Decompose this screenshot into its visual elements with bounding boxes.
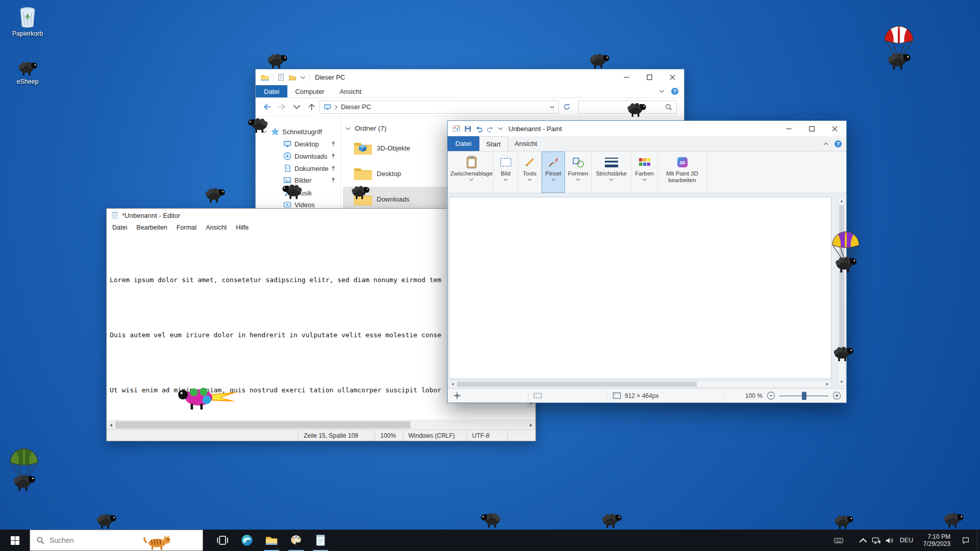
undo-icon[interactable]	[475, 125, 483, 133]
breadcrumb[interactable]: Dieser PC	[341, 103, 371, 111]
menu-help[interactable]: Hilfe	[231, 224, 253, 231]
language-indicator[interactable]: DEU	[896, 530, 917, 551]
address-dropdown-chevron-icon[interactable]	[549, 105, 555, 109]
tiger-sprite[interactable]	[143, 533, 172, 550]
scroll-down-icon[interactable]	[839, 379, 845, 385]
help-icon[interactable]	[834, 140, 842, 148]
sidebar-item-downloads[interactable]: Downloads	[256, 150, 340, 162]
taskbar-search-input[interactable]	[50, 536, 197, 544]
minimize-button[interactable]	[777, 121, 800, 136]
paint-canvas[interactable]	[449, 197, 831, 379]
help-icon[interactable]	[671, 87, 679, 95]
explorer-search-input[interactable]	[583, 104, 665, 111]
sidebar-item-desktop[interactable]: Desktop	[256, 138, 340, 150]
network-button[interactable]	[870, 530, 883, 551]
sheep-sprite[interactable]	[350, 185, 371, 200]
paint-home-tab[interactable]: Start	[479, 136, 508, 151]
sheep-sprite[interactable]	[588, 53, 610, 69]
menu-file[interactable]: Datei	[108, 224, 132, 231]
zoom-slider[interactable]	[779, 392, 828, 400]
volume-button[interactable]	[883, 530, 896, 551]
scroll-right-icon[interactable]	[527, 420, 535, 430]
back-button[interactable]	[261, 101, 274, 114]
customize-qat-chevron-icon[interactable]	[300, 76, 306, 80]
explorer-view-tab[interactable]: Ansicht	[332, 85, 369, 97]
parachute-sheep-sprite[interactable]	[830, 229, 861, 274]
scroll-left-icon[interactable]	[107, 420, 115, 430]
folder-item-3d-objects[interactable]: 3D-Objekte	[343, 136, 450, 160]
paint-file-tab[interactable]: Datei	[448, 136, 479, 151]
desktop-icon-esheep[interactable]: eSheep	[5, 60, 50, 85]
explorer-titlebar[interactable]: Dieser PC	[256, 69, 684, 85]
menu-view[interactable]: Ansicht	[201, 224, 231, 231]
taskbar-clock[interactable]: 7:10 PM 7/29/2023	[917, 530, 954, 551]
ribbon-group-clipboard[interactable]: Zwischenablage	[450, 152, 494, 193]
parachute-sheep-sprite[interactable]	[883, 23, 915, 71]
ribbon-group-tools[interactable]: Tools	[518, 152, 542, 193]
start-button[interactable]	[0, 530, 30, 551]
search-icon[interactable]	[665, 104, 672, 111]
taskbar-app-paint[interactable]	[284, 530, 308, 551]
horizontal-scrollbar[interactable]	[449, 381, 831, 388]
scrollbar-thumb[interactable]	[115, 421, 410, 429]
scrollbar-thumb[interactable]	[839, 205, 844, 358]
taskbar-app-edge[interactable]	[235, 530, 259, 551]
collapse-group-chevron-icon[interactable]	[345, 127, 351, 131]
action-center-button[interactable]	[954, 530, 977, 551]
properties-icon[interactable]	[277, 73, 285, 81]
sheep-sprite[interactable]	[247, 117, 270, 134]
close-button[interactable]	[661, 69, 684, 85]
taskbar-app-file-explorer[interactable]	[259, 530, 284, 551]
ribbon-group-shapes[interactable]: Formen	[565, 152, 592, 193]
taskbar-search-box[interactable]	[30, 530, 203, 551]
new-folder-icon[interactable]	[288, 73, 297, 82]
show-desktop-button[interactable]	[977, 530, 980, 551]
close-button[interactable]	[823, 121, 846, 136]
ribbon-group-colors[interactable]: Farben	[631, 152, 658, 193]
zoom-out-icon[interactable]	[767, 391, 775, 400]
redo-icon[interactable]	[486, 125, 494, 133]
sidebar-item-documents[interactable]: Dokumente	[256, 162, 340, 174]
paint-view-tab[interactable]: Ansicht	[508, 136, 544, 151]
recent-locations-chevron-icon[interactable]	[290, 101, 303, 114]
horizontal-scrollbar[interactable]	[107, 420, 535, 430]
folder-group-header[interactable]: Ordner (7)	[345, 124, 386, 132]
explorer-file-tab[interactable]: Datei	[256, 85, 287, 97]
taskbar-app-notepad[interactable]	[308, 530, 333, 551]
sheep-sprite[interactable]	[942, 512, 965, 529]
forward-button[interactable]	[276, 101, 289, 114]
zoom-in-icon[interactable]	[832, 391, 841, 400]
hidden-icons-button[interactable]	[856, 530, 870, 551]
address-box[interactable]: Dieser PC	[320, 101, 559, 114]
ribbon-group-image[interactable]: Bild	[494, 152, 518, 193]
sheep-sprite[interactable]	[281, 183, 304, 200]
sheep-sprite[interactable]	[204, 187, 226, 204]
ribbon-group-brushes[interactable]: Pinsel	[542, 152, 565, 193]
sheep-sprite[interactable]	[480, 512, 502, 529]
explorer-computer-tab[interactable]: Computer	[287, 85, 332, 97]
scrollbar-thumb[interactable]	[457, 382, 697, 387]
menu-format[interactable]: Format	[172, 224, 202, 231]
touch-keyboard-button[interactable]	[830, 530, 847, 551]
ribbon-group-stroke-size[interactable]: Strichstärke	[592, 152, 631, 193]
minimize-button[interactable]	[615, 69, 638, 85]
scroll-left-icon[interactable]	[450, 381, 456, 387]
task-view-button[interactable]	[210, 530, 235, 551]
ribbon-group-paint3d[interactable]: Mit Paint 3D bearbeiten	[658, 152, 707, 193]
save-icon[interactable]	[464, 125, 472, 133]
sheep-sprite[interactable]	[600, 512, 623, 529]
paint-titlebar[interactable]: Unbenannt - Paint	[448, 121, 846, 136]
folder-item-desktop[interactable]: Desktop	[343, 161, 450, 186]
desktop-icon-recycle-bin[interactable]: Papierkorb	[5, 6, 50, 37]
scroll-right-icon[interactable]	[824, 381, 830, 387]
menu-edit[interactable]: Bearbeiten	[132, 224, 172, 231]
parachute-sheep-sprite[interactable]	[8, 446, 40, 492]
up-button[interactable]	[305, 101, 318, 114]
scroll-up-icon[interactable]	[839, 198, 845, 204]
rocket-sheep-sprite[interactable]	[175, 384, 239, 411]
maximize-button[interactable]	[800, 121, 823, 136]
customize-qat-chevron-icon[interactable]	[498, 127, 503, 131]
sheep-sprite[interactable]	[95, 513, 117, 530]
sheep-sprite[interactable]	[266, 53, 288, 69]
refresh-button[interactable]	[560, 101, 573, 114]
